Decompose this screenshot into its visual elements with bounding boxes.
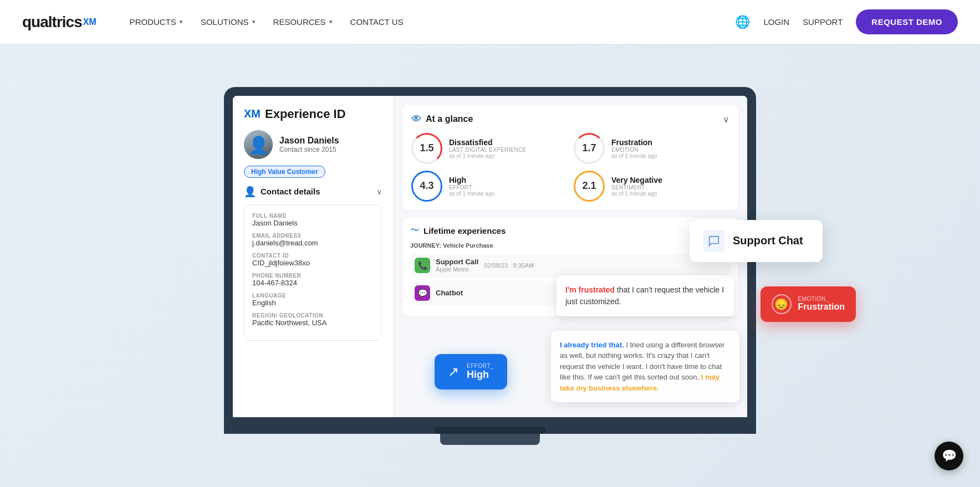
high-value-badge: High Value Customer [244,166,325,178]
gauge-frustration: 1.7 [574,133,605,164]
sad-face-icon: 😞 [772,294,792,314]
person-icon: 👤 [244,186,256,198]
details-card: FULL NAME Jason Daniels EMAIL ADDRESS j.… [244,204,382,341]
avatar-image [244,130,273,159]
effort-text: EFFORT_ High [467,363,494,381]
phone-icon: 📞 [415,258,430,273]
detail-row-language: LANGUAGE English [252,293,374,307]
nav-support[interactable]: SUPPORT [803,17,843,27]
journey-item-call: 📞 Support Call Apple Metro 02/08/23 9:35… [410,253,731,278]
gauge-negative: 2.1 [574,171,605,202]
pulse-icon: 〜 [410,225,419,237]
chevron-down-icon: ▾ [329,18,333,25]
detail-row-phone: PHONE NUMBER 104-467-8324 [252,273,374,287]
nav-contact-us[interactable]: CONTACT US [350,17,404,27]
nav-resources[interactable]: RESOURCES ▾ [273,17,333,27]
left-panel: XM Experience ID Jason Daniels Contact s… [233,96,394,417]
frustrated-bubble: I'm frustrated that I can't request the … [557,275,734,316]
detail-row-region: REGION/ GEOLOCATION Pacific Northwest, U… [252,312,374,327]
chat-widget-icon: 💬 [942,449,957,463]
experience-id-title: Experience ID [265,107,346,121]
glance-header: 👁 At a glance ∨ [411,114,729,125]
nav-solutions[interactable]: SOLUTIONS ▾ [201,17,256,27]
journey-item-info: Chatbot [436,289,463,297]
logo-xm: XM [83,17,96,27]
laptop-stand [440,434,540,445]
emotion-text: EMOTION_ Frustration [798,296,845,312]
metric-effort: 4.3 High EFFORT as of 1 minute ago [411,171,567,202]
logo-text: qualtrics [22,13,82,31]
effort-card: ↗ EFFORT_ High [435,354,507,389]
logo[interactable]: qualtricsXM [22,13,96,31]
support-chat-card: Support Chat [690,220,823,262]
xm-logo: XM [244,107,261,120]
metric-sentiment: 2.1 Very Negative SENTIMENT as of 1 minu… [574,171,729,202]
lifetime-header: 〜 Lifetime experiences ⛁ [410,225,731,237]
gauge-dissatisfied: 1.5 [411,133,442,164]
chat-widget[interactable]: 💬 [935,442,963,470]
contact-details-title: 👤 Contact details [244,186,320,198]
metric-frustration: 1.7 Frustration EMOTION as of 1 minute a… [574,133,729,164]
request-demo-button[interactable]: REQUEST DEMO [856,9,958,34]
profile-section: Jason Daniels Contact since 2015 [244,130,382,159]
metric-info: High EFFORT as of 1 minute ago [449,176,494,197]
glance-title: 👁 At a glance [411,114,473,125]
profile-info: Jason Daniels Contact since 2015 [279,136,339,153]
trend-up-icon: ↗ [448,364,459,380]
chevron-down-icon: ▾ [180,18,183,25]
xm-header: XM Experience ID [244,107,382,121]
eye-icon: 👁 [411,114,421,125]
at-a-glance-card: 👁 At a glance ∨ 1.5 Dissatisfied [402,105,738,211]
metric-info: Very Negative SENTIMENT as of 1 minute a… [611,176,662,197]
detail-row-contactid: CONTACT ID CID_jldjfoiew38xo [252,253,374,267]
chat-icon: 💬 [415,285,430,301]
profile-since: Contact since 2015 [279,146,339,153]
laptop-base [233,417,747,434]
nav-links: PRODUCTS ▾ SOLUTIONS ▾ RESOURCES ▾ CONTA… [130,17,736,27]
gauge-high: 4.3 [411,171,442,202]
contact-details-header: 👤 Contact details ∨ [244,186,382,198]
chevron-down-icon: ▾ [252,18,256,25]
metric-info: Frustration EMOTION as of 1 minute ago [611,138,657,159]
laptop-container: XM Experience ID Jason Daniels Contact s… [224,87,756,445]
detail-row-fullname: FULL NAME Jason Daniels [252,213,374,227]
nav-products[interactable]: PRODUCTS ▾ [130,17,183,27]
already-tried-bubble: I already tried that. I tried using a di… [551,331,739,403]
detail-row-email: EMAIL ADDRESS j.daniels@tread.com [252,233,374,247]
chevron-down-icon[interactable]: ∨ [723,114,729,125]
emotion-card: 😞 EMOTION_ Frustration [760,286,856,322]
lifetime-title: 〜 Lifetime experiences [410,225,506,237]
chat-bubble-icon [703,230,725,252]
metrics-grid: 1.5 Dissatisfied LAST DIGITAL EXPERIENCE… [411,133,729,202]
metric-dissatisfied: 1.5 Dissatisfied LAST DIGITAL EXPERIENCE… [411,133,567,164]
nav-right: 🌐 LOGIN SUPPORT REQUEST DEMO [735,9,958,34]
chevron-down-icon[interactable]: ∨ [376,187,382,196]
metric-info: Dissatisfied LAST DIGITAL EXPERIENCE as … [449,138,527,159]
navbar: qualtricsXM PRODUCTS ▾ SOLUTIONS ▾ RESOU… [0,0,980,44]
hero-section: XM Experience ID Jason Daniels Contact s… [0,44,980,487]
nav-login[interactable]: LOGIN [763,17,789,27]
avatar [244,130,273,159]
globe-icon[interactable]: 🌐 [735,15,750,29]
profile-name: Jason Daniels [279,136,339,146]
journey-item-info: Support Call Apple Metro [436,258,478,273]
support-chat-label: Support Chat [733,234,803,247]
